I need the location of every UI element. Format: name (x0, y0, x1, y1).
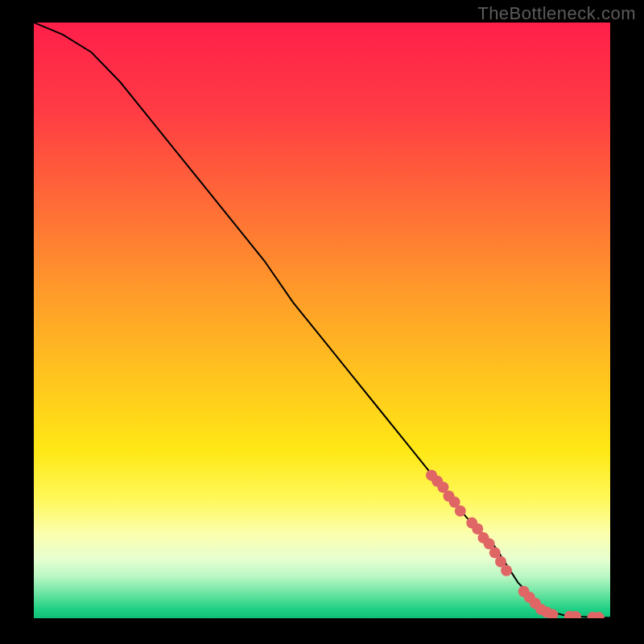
highlight-points-group (426, 469, 605, 618)
highlight-point (455, 506, 466, 517)
watermark-text: TheBottleneck.com (477, 3, 636, 24)
plot-area (34, 23, 610, 618)
main-curve-line (34, 23, 610, 617)
chart-overlay (34, 23, 610, 618)
chart-container: TheBottleneck.com (0, 0, 644, 644)
highlight-point (501, 565, 512, 576)
